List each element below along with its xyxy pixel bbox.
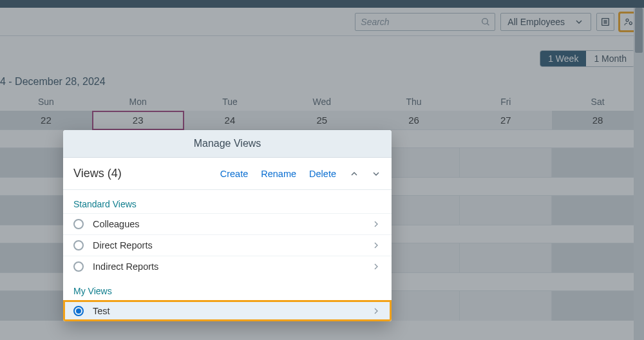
view-row-indirect-reports[interactable]: Indirect Reports <box>63 256 392 277</box>
chevron-right-icon <box>371 306 381 316</box>
section-my-views: My Views <box>63 277 392 300</box>
view-row-test[interactable]: Test <box>63 300 392 321</box>
rename-button[interactable]: Rename <box>261 169 296 179</box>
radio-icon[interactable] <box>73 306 84 316</box>
view-label: Direct Reports <box>93 240 362 250</box>
dialog-actions: Create Rename Delete <box>220 169 381 179</box>
view-label: Test <box>93 306 362 316</box>
radio-icon[interactable] <box>73 261 84 272</box>
manage-views-dialog: Manage Views Views (4) Create Rename Del… <box>63 130 392 321</box>
dialog-title: Manage Views <box>63 130 392 158</box>
radio-icon[interactable] <box>73 240 84 250</box>
create-button[interactable]: Create <box>220 169 249 179</box>
chevron-right-icon <box>371 240 381 250</box>
chevron-right-icon <box>371 261 381 272</box>
chevron-down-icon[interactable] <box>371 169 381 179</box>
section-standard-views: Standard Views <box>63 190 392 213</box>
delete-button[interactable]: Delete <box>309 169 336 179</box>
view-label: Colleagues <box>93 219 362 229</box>
chevron-right-icon <box>371 219 381 229</box>
chevron-up-icon[interactable] <box>349 169 359 179</box>
radio-icon[interactable] <box>73 219 84 229</box>
dialog-toolbar: Views (4) Create Rename Delete <box>63 158 392 190</box>
view-row-colleagues[interactable]: Colleagues <box>63 213 392 234</box>
view-label: Indirect Reports <box>93 261 362 272</box>
view-row-direct-reports[interactable]: Direct Reports <box>63 234 392 256</box>
views-count: Views (4) <box>73 167 220 180</box>
